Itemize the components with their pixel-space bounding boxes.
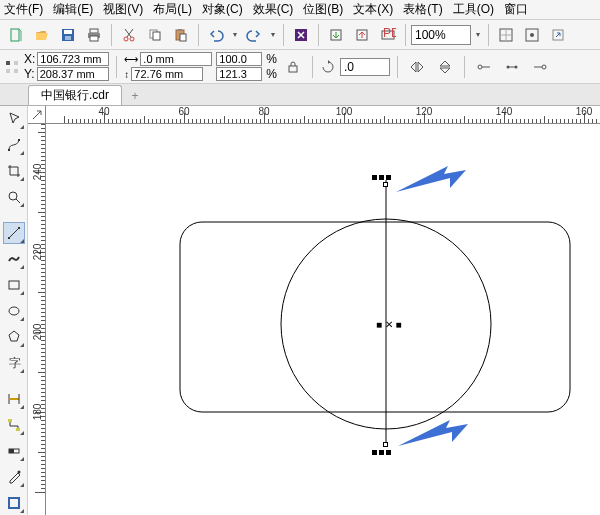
redo-dropdown[interactable]: ▾ <box>268 26 278 44</box>
menu-text[interactable]: 文本(X) <box>353 1 393 18</box>
svg-rect-10 <box>153 32 160 40</box>
polygon-tool[interactable] <box>3 326 25 348</box>
svg-point-32 <box>515 65 518 68</box>
artistic-tool[interactable] <box>3 248 25 270</box>
selection-handle[interactable] <box>379 175 384 180</box>
menu-bitmap[interactable]: 位图(B) <box>303 1 343 18</box>
new-button[interactable] <box>4 23 28 47</box>
svg-rect-25 <box>6 69 10 73</box>
undo-button[interactable] <box>204 23 228 47</box>
tab-add[interactable]: + <box>126 87 144 105</box>
rectangle-tool[interactable] <box>3 274 25 296</box>
selection-handle[interactable] <box>372 450 377 455</box>
shape-rounded-rect[interactable] <box>180 222 570 412</box>
rotation-input[interactable]: .0 <box>340 58 390 76</box>
undo-dropdown[interactable]: ▾ <box>230 26 240 44</box>
import-icon <box>328 27 344 43</box>
svg-rect-42 <box>9 281 19 289</box>
text-tool[interactable]: 字 <box>3 352 25 374</box>
shape-tool[interactable] <box>3 134 25 156</box>
publish-button[interactable]: PDF <box>376 23 400 47</box>
property-bar: X: Y: ⟷ ↕ %% .0 <box>0 50 600 84</box>
ruler-v-label: 200 <box>32 324 43 341</box>
crop-tool[interactable] <box>3 160 25 182</box>
menu-edit[interactable]: 编辑(E) <box>53 1 93 18</box>
svg-rect-6 <box>90 36 98 41</box>
selection-node[interactable] <box>383 442 388 447</box>
svg-rect-27 <box>289 66 297 72</box>
selection-handle[interactable] <box>372 175 377 180</box>
ruler-origin[interactable] <box>28 106 46 124</box>
scale-y-input[interactable] <box>216 67 262 81</box>
snap-icon <box>498 27 514 43</box>
annotation-arrow-top <box>396 166 466 192</box>
redo-icon <box>246 27 262 43</box>
separator <box>198 24 199 46</box>
interactive-tool[interactable] <box>3 440 25 462</box>
export-button[interactable] <box>350 23 374 47</box>
svg-rect-41 <box>18 227 20 229</box>
selection-handle[interactable] <box>379 450 384 455</box>
print-button[interactable] <box>82 23 106 47</box>
import-button[interactable] <box>324 23 348 47</box>
menu-view[interactable]: 视图(V) <box>103 1 143 18</box>
snap-button[interactable] <box>494 23 518 47</box>
ruler-h-label: 120 <box>416 106 433 117</box>
save-button[interactable] <box>56 23 80 47</box>
ruler-v-label: 220 <box>32 244 43 261</box>
launch-button[interactable] <box>546 23 570 47</box>
redo-button[interactable] <box>242 23 266 47</box>
ruler-h-label: 160 <box>576 106 593 117</box>
zoom-tool[interactable] <box>3 186 25 208</box>
svg-point-8 <box>130 37 134 41</box>
lock-ratio-button[interactable] <box>281 55 305 79</box>
menu-window[interactable]: 窗口 <box>504 1 528 18</box>
ruler-vertical[interactable]: 240220200180 <box>28 124 46 515</box>
search-button[interactable] <box>289 23 313 47</box>
freehand-tool[interactable] <box>3 222 25 244</box>
menu-tools[interactable]: 工具(O) <box>453 1 494 18</box>
connector-tool[interactable] <box>3 414 25 436</box>
line-segment-button[interactable] <box>500 55 524 79</box>
width-input[interactable] <box>140 52 212 66</box>
menu-layout[interactable]: 布局(L) <box>153 1 192 18</box>
ruler-v-label: 180 <box>32 404 43 421</box>
options-button[interactable] <box>520 23 544 47</box>
scale-fields <box>216 52 262 82</box>
selection-node[interactable] <box>383 182 388 187</box>
line-start-icon <box>476 59 492 75</box>
dimension-tool[interactable] <box>3 388 25 410</box>
cut-button[interactable] <box>117 23 141 47</box>
ruler-h-label: 60 <box>178 106 189 117</box>
mirror-v-button[interactable] <box>433 55 457 79</box>
copy-button[interactable] <box>143 23 167 47</box>
drawing-surface[interactable]: ■ ✕ ■ <box>46 124 600 515</box>
outline-tool[interactable] <box>3 492 25 514</box>
line-start-button[interactable] <box>472 55 496 79</box>
menu-table[interactable]: 表格(T) <box>403 1 442 18</box>
selection-handle[interactable] <box>386 175 391 180</box>
ruler-horizontal[interactable]: 406080100120140160 <box>46 106 600 124</box>
y-input[interactable] <box>37 67 109 81</box>
standard-toolbar: ▾ ▾ PDF 100% ▾ <box>0 20 600 50</box>
tab-document[interactable]: 中国银行.cdr <box>28 85 122 105</box>
canvas[interactable]: 406080100120140160 240220200180 ■ ✕ ■ <box>28 106 600 515</box>
paste-button[interactable] <box>169 23 193 47</box>
menu-effects[interactable]: 效果(C) <box>253 1 294 18</box>
x-input[interactable] <box>37 52 109 66</box>
selection-handle[interactable] <box>386 450 391 455</box>
zoom-combo[interactable]: 100% <box>411 25 471 45</box>
mirror-h-button[interactable] <box>405 55 429 79</box>
eyedropper-tool[interactable] <box>3 466 25 488</box>
menu-file[interactable]: 文件(F) <box>4 1 43 18</box>
menu-object[interactable]: 对象(C) <box>202 1 243 18</box>
open-button[interactable] <box>30 23 54 47</box>
separator <box>397 56 398 78</box>
scale-x-input[interactable] <box>216 52 262 66</box>
svg-point-7 <box>124 37 128 41</box>
pick-tool[interactable] <box>3 108 25 130</box>
ellipse-tool[interactable] <box>3 300 25 322</box>
zoom-dropdown[interactable]: ▾ <box>473 26 483 44</box>
height-input[interactable] <box>131 67 203 81</box>
line-end-button[interactable] <box>528 55 552 79</box>
